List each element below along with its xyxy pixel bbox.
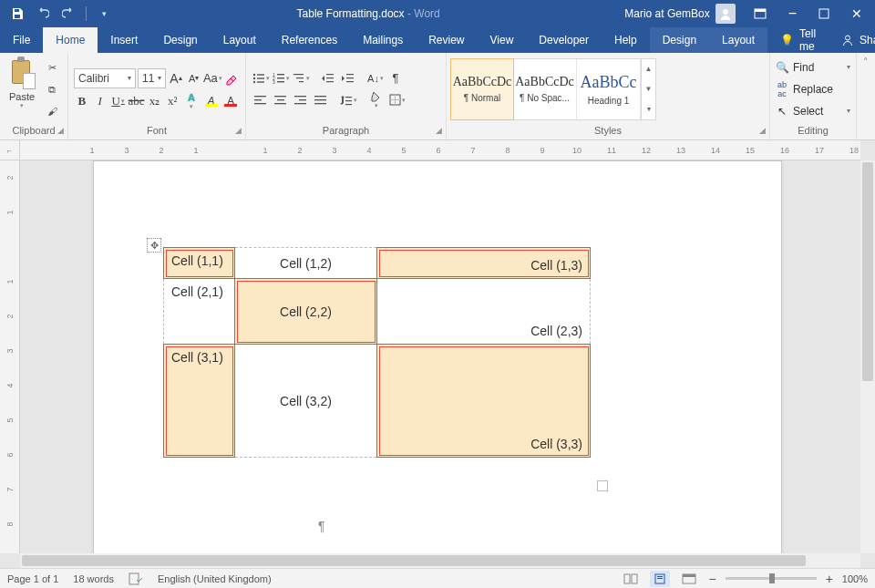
document-area[interactable]: ✥ Cell (1,1)Cell (1,2)Cell (1,3)Cell (2,… xyxy=(20,160,860,553)
font-name-combo[interactable]: Calibri▾ xyxy=(74,68,136,88)
tellme-button[interactable]: 💡Tell me xyxy=(767,27,829,53)
change-case-button[interactable]: Aa xyxy=(203,69,221,88)
qat-customize-icon[interactable]: ▾ xyxy=(94,4,114,24)
numbering-button[interactable]: 123 xyxy=(272,69,290,88)
style-no-spacing[interactable]: AaBbCcDc¶ No Spac... xyxy=(513,59,577,119)
align-right-button[interactable] xyxy=(292,91,310,109)
redo-icon[interactable] xyxy=(58,4,78,24)
tab-home[interactable]: Home xyxy=(43,27,98,53)
table-resize-handle-icon[interactable] xyxy=(597,480,608,491)
gallery-more-icon[interactable]: ▾ xyxy=(642,99,655,119)
inc-indent-button[interactable] xyxy=(339,69,357,88)
shading-button[interactable]: ▾ xyxy=(366,91,386,109)
cell-3-2[interactable]: Cell (3,2) xyxy=(235,345,377,458)
cut-button[interactable]: ✂ xyxy=(42,58,62,77)
word-count[interactable]: 18 words xyxy=(73,573,114,584)
vertical-ruler[interactable]: 2112345678 xyxy=(0,160,20,553)
cell-2-2[interactable]: Cell (2,2) xyxy=(235,279,377,345)
shrink-font-button[interactable]: A▾ xyxy=(186,69,202,88)
document-table[interactable]: Cell (1,1)Cell (1,2)Cell (1,3)Cell (2,1)… xyxy=(163,247,591,458)
show-marks-button[interactable]: ¶ xyxy=(386,69,405,88)
cell-1-1[interactable]: Cell (1,1) xyxy=(164,248,235,279)
close-icon[interactable]: ✕ xyxy=(842,0,871,27)
align-center-button[interactable] xyxy=(272,91,290,109)
user-avatar-icon[interactable] xyxy=(715,4,736,24)
read-mode-button[interactable] xyxy=(621,571,641,587)
italic-button[interactable]: I xyxy=(92,92,108,110)
tab-review[interactable]: Review xyxy=(416,27,477,53)
sort-button[interactable]: A↓ xyxy=(366,69,385,88)
tab-design[interactable]: Design xyxy=(150,27,210,53)
tab-view[interactable]: View xyxy=(478,27,527,53)
maximize-icon[interactable] xyxy=(809,0,839,27)
ribbon-display-icon[interactable] xyxy=(745,0,776,27)
horizontal-ruler[interactable]: 1321123456789101112131415161718 xyxy=(20,140,860,160)
ruler-corner[interactable]: ⌐ xyxy=(0,140,20,160)
grow-font-button[interactable]: A▴ xyxy=(168,69,184,88)
font-dialog-launcher-icon[interactable]: ◢ xyxy=(235,126,242,135)
cell-2-1[interactable]: Cell (2,1) xyxy=(164,279,235,345)
print-layout-button[interactable] xyxy=(650,571,670,587)
cell-1-3[interactable]: Cell (1,3) xyxy=(377,248,591,279)
zoom-out-button[interactable]: − xyxy=(708,572,715,586)
font-size-combo[interactable]: 11▾ xyxy=(138,68,166,88)
tab-table-layout[interactable]: Layout xyxy=(709,27,767,53)
gallery-down-icon[interactable]: ▼ xyxy=(642,79,655,99)
zoom-level[interactable]: 100% xyxy=(842,573,868,584)
clipboard-dialog-launcher-icon[interactable]: ◢ xyxy=(57,126,64,135)
tab-insert[interactable]: Insert xyxy=(98,27,150,53)
clear-format-button[interactable] xyxy=(223,69,240,88)
tab-layout[interactable]: Layout xyxy=(211,27,269,53)
page-status[interactable]: Page 1 of 1 xyxy=(7,573,58,584)
bold-button[interactable]: B xyxy=(74,92,90,110)
line-spacing-button[interactable] xyxy=(339,91,357,109)
web-layout-button[interactable] xyxy=(679,571,699,587)
vscroll-thumb[interactable] xyxy=(862,162,873,381)
style-normal[interactable]: AaBbCcDc¶ Normal xyxy=(450,58,514,120)
paragraph-dialog-launcher-icon[interactable]: ◢ xyxy=(436,126,442,135)
highlight-button[interactable]: A xyxy=(202,95,221,107)
spellcheck-icon[interactable] xyxy=(129,573,143,585)
zoom-slider[interactable] xyxy=(726,577,817,580)
vertical-scrollbar[interactable] xyxy=(860,160,875,553)
tab-mailings[interactable]: Mailings xyxy=(350,27,416,53)
tab-references[interactable]: References xyxy=(269,27,350,53)
borders-button[interactable] xyxy=(388,91,407,109)
multilevel-button[interactable] xyxy=(292,69,310,88)
subscript-button[interactable]: x₂ xyxy=(147,92,163,110)
format-painter-button[interactable]: 🖌 xyxy=(42,102,62,120)
replace-button[interactable]: abacReplace xyxy=(776,80,850,98)
tab-help[interactable]: Help xyxy=(602,27,650,53)
zoom-knob[interactable] xyxy=(769,573,775,583)
save-icon[interactable] xyxy=(7,4,27,24)
underline-button[interactable]: U xyxy=(110,92,127,110)
table-move-handle-icon[interactable]: ✥ xyxy=(147,238,161,253)
paste-button[interactable]: Paste ▾ xyxy=(4,57,40,109)
horizontal-scrollbar[interactable] xyxy=(20,553,860,568)
bullets-button[interactable] xyxy=(252,69,270,88)
styles-dialog-launcher-icon[interactable]: ◢ xyxy=(759,126,766,135)
hscroll-thumb[interactable] xyxy=(22,555,806,566)
share-button[interactable]: Share xyxy=(829,27,875,53)
tab-developer[interactable]: Developer xyxy=(526,27,602,53)
tab-file[interactable]: File xyxy=(0,27,43,53)
strike-button[interactable]: abc xyxy=(128,92,144,110)
select-button[interactable]: ↖Select▾ xyxy=(776,102,850,120)
cell-3-1[interactable]: Cell (3,1) xyxy=(164,345,235,458)
cell-3-3[interactable]: Cell (3,3) xyxy=(377,345,591,458)
dec-indent-button[interactable] xyxy=(319,69,337,88)
language-status[interactable]: English (United Kingdom) xyxy=(158,573,272,584)
superscript-button[interactable]: x² xyxy=(164,92,180,110)
undo-icon[interactable] xyxy=(33,4,53,24)
text-effects-button[interactable]: A▾ xyxy=(182,92,201,110)
justify-button[interactable] xyxy=(312,91,330,109)
cell-2-3[interactable]: Cell (2,3) xyxy=(377,279,591,345)
align-left-button[interactable] xyxy=(252,91,270,109)
find-button[interactable]: 🔍Find▾ xyxy=(776,58,850,77)
user-name[interactable]: Mario at GemBox xyxy=(615,0,709,27)
collapse-ribbon-icon[interactable]: ˄ xyxy=(857,53,875,139)
minimize-icon[interactable]: − xyxy=(779,0,806,27)
font-color-button[interactable]: A xyxy=(221,95,240,107)
zoom-in-button[interactable]: + xyxy=(826,572,833,586)
cell-1-2[interactable]: Cell (1,2) xyxy=(235,248,377,279)
